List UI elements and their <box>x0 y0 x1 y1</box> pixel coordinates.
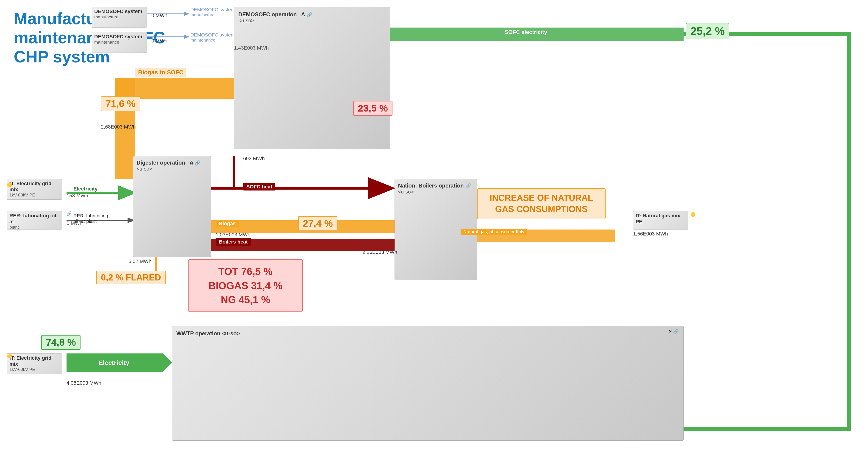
lub-oil-flow-label: RER: lubricating <box>73 213 108 219</box>
demosofc-operation-box: DEMOSOFC operation A 🔗 <u-so> <box>234 7 390 149</box>
wwtp-electricity-arrow: Electricity <box>66 353 172 372</box>
lubricating-icon: 🔗 <box>66 211 71 216</box>
flow-manufacture-sub: manufacture <box>190 12 215 18</box>
elec-grid2-icon: 🟡 <box>7 353 12 358</box>
natural-gas-box: IT: Natural gas mix PE <box>633 211 688 230</box>
biogas-sofc-pct-badge: 71,6 % <box>101 96 140 111</box>
ng-icon: 🟡 <box>690 212 695 217</box>
biogas-sofc-flow-label: Biogas to SOFC <box>135 68 186 77</box>
flare-value: 6,02 MWh <box>128 258 151 264</box>
manufacture-value: 0 MWh <box>151 12 167 19</box>
elec-grid2-value: 4,08E003 MWh <box>66 380 101 386</box>
sofc-heat-pct-badge: 23,5 % <box>353 101 393 116</box>
wwtp-operation-box: WWTP operation <u-so> x 🔗 <box>172 326 684 441</box>
biogas-sofc-value: 2,68E003 MWh <box>101 124 136 130</box>
electricity-flow-label: Electricity <box>73 186 97 192</box>
increase-gas-box: INCREASE OF NATURAL GAS CONSUMPTIONS <box>477 188 606 219</box>
input-demosofc-maintenance: DEMOSOFC system maintenance <box>92 32 147 53</box>
sofc-elec-pct-badge: 25,2 % <box>686 23 729 39</box>
sofc-electricity-label: SOFC electricity <box>505 29 547 35</box>
biogas-label: Biogas <box>216 220 239 227</box>
ng-value: 1,56E003 MWh <box>633 231 668 237</box>
biogas-pct-badge: 27,4 % <box>298 216 337 231</box>
digester-operation-box: Digester operation A 🔗 <u-so> <box>133 156 211 257</box>
input-demosofc-manufacture: DEMOSOFC system manufacture <box>92 7 147 28</box>
electricity-grid2-box: IT: Electricity grid mix 1kV-60kV PE <box>7 353 62 374</box>
elec-pct-badge: 74,8 % <box>41 335 81 350</box>
sofc-heat-value: 693 MWh <box>243 155 265 162</box>
tot-box: TOT 76,5 % BIOGAS 31,4 % NG 45,1 % <box>188 259 303 312</box>
sofc-electricity-value: 1,43E003 MWh <box>234 45 269 51</box>
natural-gas-consumer-label: Natural gas, at consumer Italy <box>461 229 527 235</box>
flared-pct-badge: 0,2 % FLARED <box>96 271 166 284</box>
flow-manufacture-label: DEMOSOFC system <box>190 7 235 12</box>
lub-oil-value: 0 MWh <box>66 220 83 226</box>
flow-maintenance-sub: maintenance <box>190 38 215 43</box>
biogas-value: 1,03E003 MWh <box>216 232 250 238</box>
svg-rect-4 <box>115 78 234 99</box>
maintenance-value: 0 MWh <box>151 38 167 44</box>
elec-158-value: 158 MWh <box>66 193 88 199</box>
boilers-heat-value: 2,26E003 MWh <box>363 249 397 255</box>
boilers-heat-label: Boilers heat <box>216 238 251 245</box>
electricity-grid1-box: IT: Electricity grid mix 1kV-60kV PE <box>7 179 62 200</box>
sofc-heat-label: SOFC heat <box>243 183 275 191</box>
flow-maintenance-label: DEMOSOFC system <box>190 32 235 38</box>
elec-grid1-icon: 🟡 <box>7 182 12 187</box>
lubricating-oil-box: RER: lubricating oil, at plant <box>7 211 62 230</box>
svg-text:Electricity: Electricity <box>99 359 129 366</box>
